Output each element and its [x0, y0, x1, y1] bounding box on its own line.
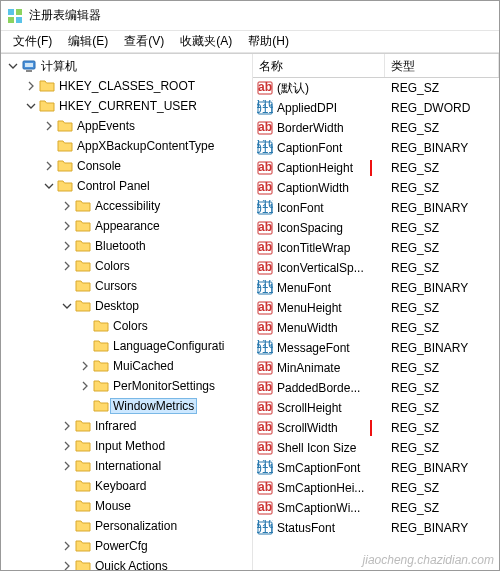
- chevron-right-icon[interactable]: [59, 558, 75, 570]
- list-body[interactable]: (默认)REG_SZAppliedDPIREG_DWORDBorderWidth…: [253, 78, 499, 570]
- chevron-right-icon[interactable]: [23, 78, 39, 94]
- list-row[interactable]: IconFontREG_BINARY: [253, 198, 499, 218]
- value-name-label: StatusFont: [277, 521, 335, 535]
- tree-item[interactable]: Infrared: [1, 416, 252, 436]
- chevron-right-icon[interactable]: [41, 158, 57, 174]
- value-name-cell: MessageFont: [253, 340, 385, 356]
- tree-item[interactable]: Desktop: [1, 296, 252, 316]
- list-row[interactable]: SmCaptionWi...REG_SZ: [253, 498, 499, 518]
- value-type-cell: REG_SZ: [385, 381, 499, 395]
- list-row[interactable]: (默认)REG_SZ: [253, 78, 499, 98]
- chevron-right-icon[interactable]: [59, 198, 75, 214]
- value-name-label: MenuHeight: [277, 301, 342, 315]
- menu-item[interactable]: 收藏夹(A): [172, 31, 240, 52]
- tree-item-label: International: [95, 458, 161, 474]
- tree-item-label: AppEvents: [77, 118, 135, 134]
- list-row[interactable]: MinAnimateREG_SZ: [253, 358, 499, 378]
- tree-item-label: Quick Actions: [95, 558, 168, 570]
- list-row[interactable]: PaddedBorde...REG_SZ: [253, 378, 499, 398]
- tree-item[interactable]: Mouse: [1, 496, 252, 516]
- value-name-label: MenuFont: [277, 281, 331, 295]
- tree-item[interactable]: Bluetooth: [1, 236, 252, 256]
- tree-item[interactable]: PerMonitorSettings: [1, 376, 252, 396]
- tree-item[interactable]: MuiCached: [1, 356, 252, 376]
- tree-item-label: Colors: [113, 318, 148, 334]
- tree-item[interactable]: International: [1, 456, 252, 476]
- tree-item[interactable]: 计算机: [1, 56, 252, 76]
- tree-item-label: Personalization: [95, 518, 177, 534]
- folder-icon: [75, 198, 91, 214]
- chevron-down-icon[interactable]: [59, 298, 75, 314]
- list-row[interactable]: Shell Icon SizeREG_SZ: [253, 438, 499, 458]
- list-row[interactable]: SmCaptionFontREG_BINARY: [253, 458, 499, 478]
- tree-item[interactable]: Quick Actions: [1, 556, 252, 570]
- menu-item[interactable]: 文件(F): [5, 31, 60, 52]
- column-header-type[interactable]: 类型: [385, 54, 499, 77]
- tree-item[interactable]: Colors: [1, 316, 252, 336]
- tree-item[interactable]: PowerCfg: [1, 536, 252, 556]
- tree-item[interactable]: Personalization: [1, 516, 252, 536]
- computer-icon: [21, 58, 37, 74]
- tree-item[interactable]: Cursors: [1, 276, 252, 296]
- tree-item[interactable]: AppEvents: [1, 116, 252, 136]
- chevron-right-icon[interactable]: [59, 458, 75, 474]
- chevron-right-icon[interactable]: [59, 218, 75, 234]
- tree-item[interactable]: Input Method: [1, 436, 252, 456]
- list-row[interactable]: IconSpacingREG_SZ: [253, 218, 499, 238]
- tree-item[interactable]: Accessibility: [1, 196, 252, 216]
- content: 计算机HKEY_CLASSES_ROOTHKEY_CURRENT_USERApp…: [1, 53, 499, 570]
- list-row[interactable]: MessageFontREG_BINARY: [253, 338, 499, 358]
- list-row[interactable]: CaptionWidthREG_SZ: [253, 178, 499, 198]
- list-row[interactable]: StatusFontREG_BINARY: [253, 518, 499, 538]
- tree-item[interactable]: WindowMetrics: [1, 396, 252, 416]
- value-type-cell: REG_DWORD: [385, 101, 499, 115]
- folder-icon: [39, 98, 55, 114]
- value-name-cell: CaptionWidth: [253, 180, 385, 196]
- folder-icon: [75, 238, 91, 254]
- chevron-right-icon[interactable]: [59, 238, 75, 254]
- chevron-right-icon[interactable]: [41, 118, 57, 134]
- list-row[interactable]: MenuFontREG_BINARY: [253, 278, 499, 298]
- tree-item[interactable]: Colors: [1, 256, 252, 276]
- list-row[interactable]: ScrollWidthREG_SZ: [253, 418, 499, 438]
- list-row[interactable]: ScrollHeightREG_SZ: [253, 398, 499, 418]
- chevron-right-icon[interactable]: [59, 438, 75, 454]
- list-row[interactable]: SmCaptionHei...REG_SZ: [253, 478, 499, 498]
- menu-item[interactable]: 查看(V): [116, 31, 172, 52]
- tree-item[interactable]: HKEY_CLASSES_ROOT: [1, 76, 252, 96]
- value-name-label: CaptionWidth: [277, 181, 349, 195]
- list-row[interactable]: CaptionHeightREG_SZ: [253, 158, 499, 178]
- tree-item[interactable]: Console: [1, 156, 252, 176]
- column-header-name[interactable]: 名称: [253, 54, 385, 77]
- list-row[interactable]: MenuWidthREG_SZ: [253, 318, 499, 338]
- chevron-right-icon[interactable]: [59, 418, 75, 434]
- string-value-icon: [257, 300, 273, 316]
- list-row[interactable]: IconTitleWrapREG_SZ: [253, 238, 499, 258]
- chevron-right-icon[interactable]: [77, 378, 93, 394]
- menu-item[interactable]: 编辑(E): [60, 31, 116, 52]
- chevron-right-icon[interactable]: [59, 538, 75, 554]
- folder-icon: [75, 538, 91, 554]
- tree-item[interactable]: Control Panel: [1, 176, 252, 196]
- tree-item[interactable]: Appearance: [1, 216, 252, 236]
- list-row[interactable]: CaptionFontREG_BINARY: [253, 138, 499, 158]
- list-row[interactable]: BorderWidthREG_SZ: [253, 118, 499, 138]
- tree-item[interactable]: LanguageConfigurati: [1, 336, 252, 356]
- list-row[interactable]: MenuHeightREG_SZ: [253, 298, 499, 318]
- list-row[interactable]: AppliedDPIREG_DWORD: [253, 98, 499, 118]
- menu-item[interactable]: 帮助(H): [240, 31, 297, 52]
- chevron-down-icon[interactable]: [5, 58, 21, 74]
- chevron-right-icon[interactable]: [77, 358, 93, 374]
- chevron-right-icon[interactable]: [59, 258, 75, 274]
- tree-item[interactable]: HKEY_CURRENT_USER: [1, 96, 252, 116]
- chevron-down-icon[interactable]: [23, 98, 39, 114]
- tree-panel[interactable]: 计算机HKEY_CLASSES_ROOTHKEY_CURRENT_USERApp…: [1, 54, 253, 570]
- tree-item[interactable]: Keyboard: [1, 476, 252, 496]
- value-type-cell: REG_SZ: [385, 421, 499, 435]
- value-type-cell: REG_SZ: [385, 301, 499, 315]
- list-row[interactable]: IconVerticalSp...REG_SZ: [253, 258, 499, 278]
- tree-item[interactable]: AppXBackupContentType: [1, 136, 252, 156]
- folder-icon: [75, 458, 91, 474]
- tree-item-label: Console: [77, 158, 121, 174]
- chevron-down-icon[interactable]: [41, 178, 57, 194]
